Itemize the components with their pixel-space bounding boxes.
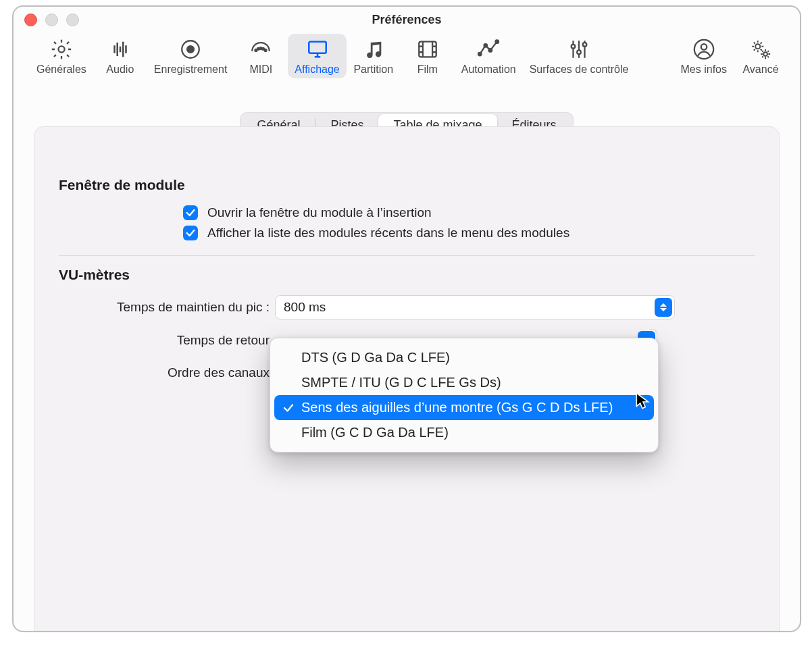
tab-control-surfaces[interactable]: Surfaces de contrôle: [523, 34, 636, 78]
svg-point-5: [265, 49, 267, 51]
titlebar: Préférences: [14, 7, 800, 32]
checkbox-show-recent-plugins-row: Afficher la liste des modules récents da…: [59, 226, 755, 240]
preferences-window: Préférences Générales Audio Enregistreme…: [12, 5, 801, 632]
record-icon: [179, 36, 202, 62]
svg-point-4: [260, 47, 262, 49]
label-return-time: Temps de retour: [59, 333, 275, 348]
dropdown-option-film[interactable]: Film (G C D Ga Da LFE): [274, 420, 654, 445]
tab-midi[interactable]: MIDI: [234, 34, 288, 78]
svg-point-13: [496, 40, 499, 43]
svg-point-12: [489, 49, 492, 52]
dropdown-option-smpte[interactable]: SMPTE / ITU (G D C LFE Gs Ds): [274, 370, 654, 395]
svg-rect-9: [419, 42, 436, 57]
display-icon: [306, 36, 329, 62]
checkmark-icon: [282, 402, 295, 414]
dropdown-option-dts[interactable]: DTS (G D Ga Da C LFE): [274, 345, 654, 370]
checkbox-label: Ouvrir la fenêtre du module à l’insertio…: [207, 205, 432, 220]
window-title: Préférences: [14, 13, 800, 27]
tab-label: Automation: [461, 63, 516, 76]
cursor-icon: [636, 392, 651, 411]
tab-label: Audio: [106, 63, 134, 76]
svg-point-7: [262, 48, 264, 50]
tab-label: Enregistrement: [154, 63, 228, 76]
section-title-vu-meters: VU-mètres: [59, 267, 755, 283]
dropdown-option-clockwise[interactable]: Sens des aiguilles d’une montre (Gs G C …: [274, 395, 654, 420]
tab-display[interactable]: Affichage: [288, 34, 346, 78]
gear-icon: [50, 36, 73, 62]
film-icon: [416, 36, 439, 62]
tab-label: MIDI: [249, 63, 272, 76]
svg-point-10: [478, 53, 482, 56]
svg-point-15: [577, 50, 581, 54]
svg-rect-8: [309, 42, 326, 53]
tab-label: Film: [417, 63, 438, 76]
svg-point-2: [187, 46, 194, 53]
svg-point-18: [701, 44, 707, 50]
checkbox-label: Afficher la liste des modules récents da…: [207, 226, 569, 240]
automation-icon: [476, 36, 501, 62]
settings-panel: Fenêtre de module Ouvrir la fenêtre du m…: [34, 126, 780, 632]
label-channel-order: Ordre des canaux: [59, 365, 275, 380]
tab-my-info[interactable]: Mes infos: [674, 34, 734, 78]
sliders-icon: [567, 36, 590, 62]
checkbox-open-plugin-on-insert-row: Ouvrir la fenêtre du module à l’insertio…: [59, 205, 755, 220]
tab-label: Avancé: [742, 63, 778, 76]
checkbox-open-plugin-on-insert[interactable]: [183, 205, 198, 220]
svg-point-14: [572, 45, 576, 49]
tab-label: Surfaces de contrôle: [530, 63, 629, 76]
label-peak-hold-time: Temps de maintien du pic :: [59, 300, 275, 315]
tab-recording[interactable]: Enregistrement: [147, 34, 234, 78]
gears-icon: [748, 36, 773, 62]
svg-point-11: [484, 44, 488, 47]
channel-order-dropdown: DTS (G D Ga Da C LFE) SMPTE / ITU (G D C…: [270, 338, 659, 453]
svg-point-3: [255, 49, 257, 51]
midi-icon: [249, 36, 272, 62]
svg-point-6: [257, 48, 259, 50]
person-circle-icon: [692, 36, 715, 62]
select-peak-hold-time[interactable]: 800 ms: [275, 295, 675, 319]
tab-advanced[interactable]: Avancé: [734, 34, 788, 78]
tab-general[interactable]: Générales: [30, 34, 93, 78]
tab-automation[interactable]: Automation: [455, 34, 523, 78]
svg-point-20: [763, 52, 767, 56]
tab-label: Affichage: [295, 63, 339, 76]
tab-audio[interactable]: Audio: [93, 34, 147, 78]
svg-point-19: [755, 44, 760, 49]
svg-point-0: [58, 46, 64, 52]
section-title-plugin-window: Fenêtre de module: [59, 177, 755, 193]
tab-film[interactable]: Film: [401, 34, 455, 78]
select-value: 800 ms: [284, 300, 326, 315]
dropdown-option-label: Sens des aiguilles d’une montre (Gs G C …: [301, 400, 613, 415]
svg-point-16: [583, 43, 587, 47]
section-divider: [59, 255, 755, 256]
tab-label: Mes infos: [681, 63, 727, 76]
chevron-up-down-icon: [655, 298, 672, 317]
tab-label: Générales: [36, 63, 86, 76]
waveform-icon: [109, 36, 132, 62]
preferences-toolbar: Générales Audio Enregistrement MIDI: [14, 32, 800, 85]
music-notes-icon: [362, 36, 385, 62]
tab-score[interactable]: Partition: [347, 34, 401, 78]
tab-label: Partition: [353, 63, 393, 76]
checkbox-show-recent-plugins[interactable]: [183, 226, 198, 240]
